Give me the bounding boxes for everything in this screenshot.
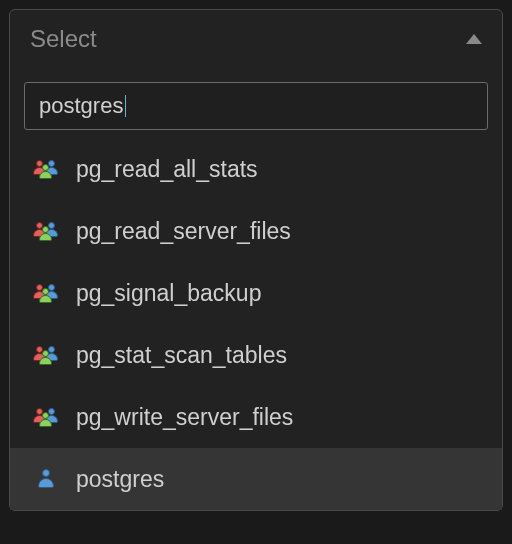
option-pg-read-server-files[interactable]: pg_read_server_files <box>10 200 502 262</box>
option-pg-write-server-files[interactable]: pg_write_server_files <box>10 386 502 448</box>
svg-marker-0 <box>466 34 482 44</box>
group-role-icon <box>32 405 60 429</box>
dropdown-header[interactable]: Select <box>10 10 502 68</box>
group-role-icon <box>32 281 60 305</box>
option-label: pg_read_server_files <box>76 218 291 245</box>
dropdown-body: postgres pg_read_all_stats <box>10 68 502 510</box>
option-label: pg_read_all_stats <box>76 156 258 183</box>
option-pg-signal-backup[interactable]: pg_signal_backup <box>10 262 502 324</box>
options-list: pg_read_all_stats pg_read_server_files <box>10 138 502 510</box>
search-input[interactable]: postgres <box>24 82 488 130</box>
search-wrap: postgres <box>10 82 502 138</box>
search-input-value: postgres <box>39 93 123 119</box>
group-role-icon <box>32 219 60 243</box>
option-pg-stat-scan-tables[interactable]: pg_stat_scan_tables <box>10 324 502 386</box>
user-role-icon <box>32 467 60 491</box>
option-label: postgres <box>76 466 164 493</box>
option-label: pg_stat_scan_tables <box>76 342 287 369</box>
role-select-dropdown: Select postgres pg_read_all_stats <box>9 9 503 511</box>
group-role-icon <box>32 157 60 181</box>
chevron-up-icon <box>466 30 482 48</box>
dropdown-placeholder: Select <box>30 25 97 53</box>
option-label: pg_signal_backup <box>76 280 261 307</box>
text-caret <box>125 95 126 117</box>
option-pg-read-all-stats[interactable]: pg_read_all_stats <box>10 138 502 200</box>
option-postgres[interactable]: postgres <box>10 448 502 510</box>
group-role-icon <box>32 343 60 367</box>
option-label: pg_write_server_files <box>76 404 293 431</box>
